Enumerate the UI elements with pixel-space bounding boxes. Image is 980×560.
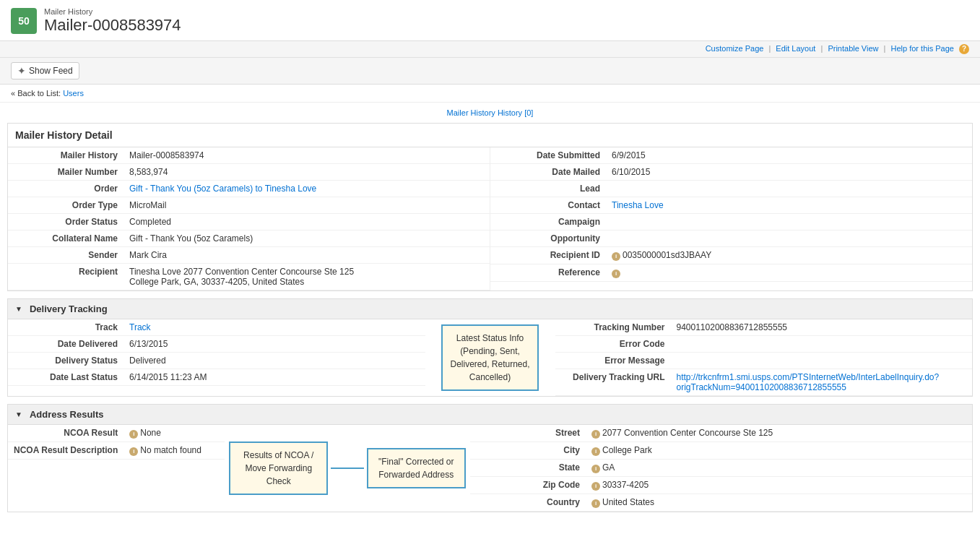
table-row: Country iUnited States — [470, 494, 972, 512]
customize-page-link[interactable]: Customize Page — [706, 44, 764, 53]
order-link[interactable]: Gift - Thank You (5oz Caramels) to Tines… — [129, 184, 316, 194]
address-section-header: ▼ Address Results — [8, 405, 972, 425]
table-row: Sender Mark Cira — [8, 247, 490, 264]
table-row: Date Last Status 6/14/2015 11:23 AM — [8, 369, 425, 386]
detail-two-col: Mailer History Mailer-0008583974 Mailer … — [8, 147, 972, 290]
detail-right-table: Date Submitted 6/9/2015 Date Mailed 6/10… — [490, 147, 972, 282]
address-left-table: NCOA Result iNone NCOA Result Descriptio… — [8, 425, 225, 460]
track-link[interactable]: Track — [129, 322, 151, 332]
table-row: Campaign — [490, 214, 972, 231]
table-row: Recipient ID i0035000001sd3JBAAY — [490, 247, 972, 264]
delivery-left-table: Track Track Date Delivered 6/13/2015 Del… — [8, 319, 425, 386]
table-row: Lead — [490, 181, 972, 197]
country-info-icon[interactable]: i — [591, 499, 600, 508]
table-row: Mailer Number 8,583,974 — [8, 164, 490, 181]
contact-link[interactable]: Tinesha Love — [612, 200, 664, 210]
address-connector-line — [331, 468, 363, 469]
header-subtitle: Mailer History — [44, 7, 181, 16]
delivery-content: Track Track Date Delivered 6/13/2015 Del… — [8, 319, 972, 396]
table-row: Error Code — [555, 336, 973, 353]
delivery-section: ▼ Delivery Tracking Track Track Date Del… — [7, 298, 973, 397]
address-annotation-final: "Final" Corrected orForwarded Address — [367, 448, 466, 488]
table-row: Order Status Completed — [8, 214, 490, 231]
table-row: Delivery Tracking URL http://trkcnfrm1.s… — [555, 369, 973, 396]
table-row: Error Message — [555, 353, 973, 369]
edit-layout-link[interactable]: Edit Layout — [776, 44, 815, 53]
address-annotation-ncoa: Results of NCOA /Move ForwardingCheck — [229, 441, 328, 495]
ncoa-result-info-icon[interactable]: i — [129, 430, 138, 439]
table-row: Delivery Status Delivered — [8, 353, 425, 369]
detail-section: Mailer History Detail Mailer History Mai… — [7, 123, 973, 291]
printable-view-link[interactable]: Printable View — [828, 44, 878, 53]
address-right-table: Street i2077 Convention Center Concourse… — [470, 425, 972, 512]
tracking-url-link[interactable]: http://trkcnfrm1.smi.usps.com/PTSInterne… — [677, 372, 940, 392]
table-row: Mailer History Mailer-0008583974 — [8, 147, 490, 164]
address-content: NCOA Result iNone NCOA Result Descriptio… — [8, 425, 972, 512]
address-left: NCOA Result iNone NCOA Result Descriptio… — [8, 425, 225, 512]
table-row: Date Submitted 6/9/2015 — [490, 147, 972, 164]
delivery-right: Tracking Number 94001102008836712855555 … — [555, 319, 973, 396]
table-row: State iGA — [470, 460, 972, 477]
delivery-annotation-wrapper: Latest Status Info(Pending, Sent,Deliver… — [425, 319, 555, 396]
table-row: Opportunity — [490, 231, 972, 247]
history-link-bar: Mailer History History [0] — [0, 103, 980, 123]
show-feed-button[interactable]: ✦ Show Feed — [11, 62, 79, 79]
table-row: Collateral Name Gift - Thank You (5oz Ca… — [8, 231, 490, 247]
state-info-icon[interactable]: i — [591, 465, 600, 473]
detail-left-col: Mailer History Mailer-0008583974 Mailer … — [8, 147, 490, 290]
delivery-right-table: Tracking Number 94001102008836712855555 … — [555, 319, 973, 396]
top-nav: Customize Page | Edit Layout | Printable… — [0, 41, 980, 58]
back-to-list-link[interactable]: Users — [63, 89, 84, 98]
reference-info-icon[interactable]: i — [612, 270, 620, 278]
city-info-icon[interactable]: i — [591, 447, 600, 456]
page-header: 50 Mailer History Mailer-0008583974 — [0, 0, 980, 41]
table-row: Street i2077 Convention Center Concourse… — [470, 425, 972, 442]
table-row: Date Delivered 6/13/2015 — [8, 336, 425, 353]
table-row: Recipient Tinesha Love 2077 Convention C… — [8, 264, 490, 290]
help-link[interactable]: Help for this Page — [891, 44, 954, 53]
header-icon: 50 — [11, 8, 37, 34]
table-row: Contact Tinesha Love — [490, 197, 972, 214]
delivery-left: Track Track Date Delivered 6/13/2015 Del… — [8, 319, 425, 396]
table-row: Order Gift - Thank You (5oz Caramels) to… — [8, 181, 490, 197]
delivery-collapse-icon[interactable]: ▼ — [15, 305, 22, 313]
header-text: Mailer History Mailer-0008583974 — [44, 7, 181, 35]
address-collapse-icon[interactable]: ▼ — [15, 410, 22, 418]
detail-left-table: Mailer History Mailer-0008583974 Mailer … — [8, 147, 490, 290]
zipcode-info-icon[interactable]: i — [591, 482, 600, 491]
history-history-link[interactable]: Mailer History History [0] — [447, 108, 534, 117]
address-section: ▼ Address Results NCOA Result iNone NCOA… — [7, 404, 973, 512]
table-row: Tracking Number 94001102008836712855555 — [555, 319, 973, 336]
table-row: Zip Code i30337-4205 — [470, 477, 972, 494]
address-right: Street i2077 Convention Center Concourse… — [470, 425, 972, 512]
street-info-icon[interactable]: i — [591, 430, 600, 439]
table-row: NCOA Result iNone — [8, 425, 225, 442]
table-row: Date Mailed 6/10/2015 — [490, 164, 972, 181]
help-icon[interactable]: ? — [959, 44, 969, 54]
table-row: City iCollege Park — [470, 442, 972, 460]
plus-icon: ✦ — [17, 65, 26, 77]
table-row: Track Track — [8, 319, 425, 336]
show-feed-bar: ✦ Show Feed — [0, 58, 980, 85]
ncoa-desc-info-icon[interactable]: i — [129, 447, 138, 456]
address-annotations: Results of NCOA /Move ForwardingCheck "F… — [225, 425, 470, 512]
delivery-annotation-box: Latest Status Info(Pending, Sent,Deliver… — [441, 324, 538, 391]
recipient-id-info-icon[interactable]: i — [612, 252, 620, 261]
detail-section-title: Mailer History Detail — [8, 124, 972, 147]
detail-right-col: Date Submitted 6/9/2015 Date Mailed 6/10… — [490, 147, 972, 290]
delivery-section-header: ▼ Delivery Tracking — [8, 299, 972, 319]
back-link-bar: « Back to List: Users — [0, 85, 980, 103]
page-title: Mailer-0008583974 — [44, 16, 181, 35]
table-row: NCOA Result Description iNo match found — [8, 442, 225, 460]
table-row: Order Type MicroMail — [8, 197, 490, 214]
table-row: Reference i — [490, 264, 972, 282]
